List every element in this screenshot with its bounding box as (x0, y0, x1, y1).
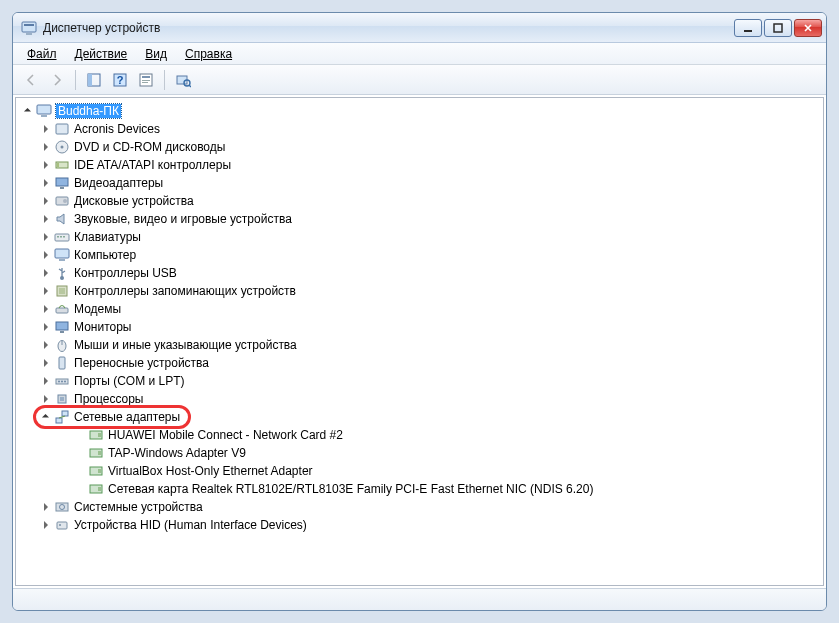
svg-rect-53 (98, 451, 101, 455)
expand-toggle-icon[interactable] (40, 502, 51, 513)
svg-rect-11 (142, 80, 150, 81)
tree-label: Переносные устройства (74, 356, 209, 370)
usb-icon (54, 265, 70, 281)
tree-category[interactable]: Модемы (18, 300, 823, 318)
expand-toggle-icon[interactable] (40, 520, 51, 531)
svg-rect-41 (59, 357, 65, 369)
tree-label: Компьютер (74, 248, 136, 262)
minimize-button[interactable] (734, 19, 762, 37)
tree-category[interactable]: Компьютер (18, 246, 823, 264)
tree-label: Порты (COM и LPT) (74, 374, 185, 388)
nav-forward-button (45, 68, 69, 92)
modem-icon (54, 301, 70, 317)
expand-toggle-icon[interactable] (40, 196, 51, 207)
show-hide-tree-button[interactable] (82, 68, 106, 92)
menu-view[interactable]: Вид (137, 45, 175, 63)
tree-category[interactable]: Процессоры (18, 390, 823, 408)
tree-label: VirtualBox Host-Only Ethernet Adapter (108, 464, 313, 478)
tree-category[interactable]: Переносные устройства (18, 354, 823, 372)
scan-hardware-button[interactable] (171, 68, 195, 92)
tree-category[interactable]: Порты (COM и LPT) (18, 372, 823, 390)
menu-file[interactable]: Файл (19, 45, 65, 63)
display-icon (54, 175, 70, 191)
svg-rect-4 (774, 24, 782, 32)
tree-category[interactable]: Системные устройства (18, 498, 823, 516)
network-icon (54, 409, 70, 425)
tree-label: Звуковые, видео и игровые устройства (74, 212, 292, 226)
tree-label: Мыши и иные указывающие устройства (74, 338, 297, 352)
expand-toggle-icon[interactable] (40, 214, 51, 225)
hid-icon (54, 517, 70, 533)
svg-rect-1 (24, 24, 34, 26)
tree-category[interactable]: Устройства HID (Human Interface Devices) (18, 516, 823, 534)
expand-toggle-icon[interactable] (40, 376, 51, 387)
expand-toggle-icon[interactable] (40, 358, 51, 369)
expand-toggle-icon[interactable] (40, 340, 51, 351)
expand-toggle-icon[interactable] (40, 178, 51, 189)
svg-rect-36 (56, 308, 68, 313)
svg-rect-51 (98, 433, 101, 437)
help-button[interactable]: ? (108, 68, 132, 92)
properties-button[interactable] (134, 68, 158, 92)
nic-icon (88, 445, 104, 461)
tree-category[interactable]: DVD и CD-ROM дисководы (18, 138, 823, 156)
tree-category[interactable]: Acronis Devices (18, 120, 823, 138)
expand-toggle-icon[interactable] (40, 160, 51, 171)
menu-help[interactable]: Справка (177, 45, 240, 63)
tree-device[interactable]: HUAWEI Mobile Connect - Network Card #2 (18, 426, 823, 444)
tree-category[interactable]: Звуковые, видео и игровые устройства (18, 210, 823, 228)
svg-point-61 (59, 524, 61, 526)
tree-device[interactable]: Сетевая карта Realtek RTL8102E/RTL8103E … (18, 480, 823, 498)
expand-toggle-icon[interactable] (40, 268, 51, 279)
display-icon (54, 319, 70, 335)
tree-category[interactable]: IDE ATA/ATAPI контроллеры (18, 156, 823, 174)
expand-toggle-icon[interactable] (40, 124, 51, 135)
tree-category[interactable]: Контроллеры USB (18, 264, 823, 282)
expand-toggle-icon[interactable] (40, 412, 51, 423)
expand-toggle-icon[interactable] (22, 106, 33, 117)
menu-action[interactable]: Действие (67, 45, 136, 63)
titlebar[interactable]: Диспетчер устройств (13, 13, 826, 43)
tree-device[interactable]: VirtualBox Host-Only Ethernet Adapter (18, 462, 823, 480)
tree-label: Мониторы (74, 320, 131, 334)
tree-category[interactable]: Сетевые адаптеры (18, 408, 823, 426)
computer-icon (54, 247, 70, 263)
tree-category[interactable]: Видеоадаптеры (18, 174, 823, 192)
expand-toggle-icon[interactable] (40, 286, 51, 297)
svg-point-20 (61, 146, 64, 149)
computer-icon (36, 103, 52, 119)
svg-rect-23 (56, 178, 68, 186)
svg-rect-55 (98, 469, 101, 473)
tree-category[interactable]: Клавиатуры (18, 228, 823, 246)
expand-toggle-icon[interactable] (40, 322, 51, 333)
expand-toggle-icon[interactable] (40, 304, 51, 315)
tree-category[interactable]: Дисковые устройства (18, 192, 823, 210)
expand-toggle-icon[interactable] (40, 250, 51, 261)
tree-category[interactable]: Мыши и иные указывающие устройства (18, 336, 823, 354)
tree-category[interactable]: Контроллеры запоминающих устройств (18, 282, 823, 300)
tree-label: DVD и CD-ROM дисководы (74, 140, 225, 154)
expand-toggle-icon[interactable] (40, 142, 51, 153)
svg-rect-38 (60, 331, 64, 333)
tree-device[interactable]: TAP-Windows Adapter V9 (18, 444, 823, 462)
expand-toggle-icon[interactable] (40, 232, 51, 243)
tree-root[interactable]: Buddha-ПК (18, 102, 823, 120)
window-title: Диспетчер устройств (43, 21, 160, 35)
tree-label: TAP-Windows Adapter V9 (108, 446, 246, 460)
svg-rect-0 (22, 22, 36, 32)
tree-label: Acronis Devices (74, 122, 160, 136)
maximize-button[interactable] (764, 19, 792, 37)
mouse-icon (54, 337, 70, 353)
sound-icon (54, 211, 70, 227)
tree-label: Устройства HID (Human Interface Devices) (74, 518, 307, 532)
tree-label: Дисковые устройства (74, 194, 194, 208)
svg-rect-12 (142, 82, 148, 83)
close-button[interactable] (794, 19, 822, 37)
generic-icon (54, 121, 70, 137)
system-icon (54, 499, 70, 515)
device-tree[interactable]: Buddha-ПКAcronis DevicesDVD и CD-ROM дис… (15, 97, 824, 586)
expand-toggle-icon[interactable] (40, 394, 51, 405)
svg-rect-48 (56, 418, 62, 423)
tree-category[interactable]: Мониторы (18, 318, 823, 336)
svg-rect-57 (98, 487, 101, 491)
